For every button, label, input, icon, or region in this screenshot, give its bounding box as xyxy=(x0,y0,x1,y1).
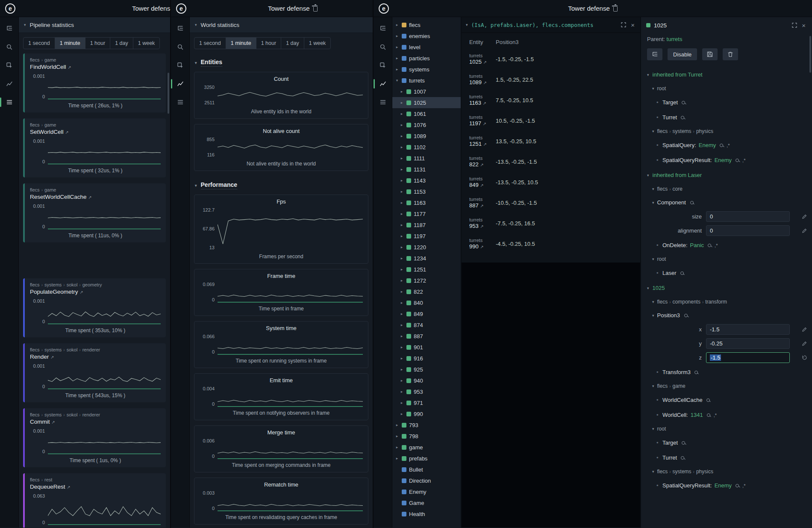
chevron-down-icon[interactable]: ▾ xyxy=(466,23,468,27)
chevron-right-icon[interactable]: ▸ xyxy=(400,367,404,372)
query-result-row[interactable]: turrets849 ↗-13.5, -0.25, 10.5 xyxy=(462,174,640,191)
entity-id-link[interactable]: 1251 ↗ xyxy=(469,141,496,147)
trash-icon[interactable] xyxy=(313,7,318,12)
field-input-size[interactable]: 0 xyxy=(706,211,790,222)
chevron-right-icon[interactable]: ▸ xyxy=(400,134,404,138)
edit-icon[interactable] xyxy=(802,214,807,219)
chevron-right-icon[interactable]: ▸ xyxy=(400,334,404,338)
tree-item-1234[interactable]: ▸1234 xyxy=(392,253,461,264)
tree-item-971[interactable]: ▸971 xyxy=(392,397,461,408)
trash-icon[interactable] xyxy=(613,7,618,12)
system-name-link[interactable]: Commit ↗ xyxy=(30,419,161,425)
tree-item-1143[interactable]: ▸1143 xyxy=(392,175,461,186)
field-input-z[interactable]: -1.5 xyxy=(706,352,790,363)
chevron-right-icon[interactable]: ▸ xyxy=(400,412,404,416)
chevron-right-icon[interactable]: ▸ xyxy=(400,301,404,305)
magnifier-icon[interactable] xyxy=(736,484,739,487)
tree-item-916[interactable]: ▸916 xyxy=(392,353,461,364)
time-range-1-second[interactable]: 1 second xyxy=(194,37,226,49)
query-result-row[interactable]: turrets990 ↗-4.5, -0.25, 10.5 xyxy=(462,235,640,252)
stats-section-header[interactable]: ▾Entities xyxy=(194,53,368,72)
tree-item-game[interactable]: ▸game xyxy=(392,442,461,453)
inspector-row-position3[interactable]: ▾Position3 xyxy=(641,308,812,322)
time-range-1-day[interactable]: 1 day xyxy=(281,37,304,49)
inspector-row-turret[interactable]: •Turret xyxy=(641,450,812,465)
query-result-row[interactable]: turrets887 ↗-10.5, -0.25, -1.5 xyxy=(462,194,640,211)
inspector-section-1025[interactable]: ▾1025 xyxy=(641,280,812,295)
chevron-right-icon[interactable]: ▸ xyxy=(400,89,404,94)
chevron-right-icon[interactable]: ▸ xyxy=(400,401,404,405)
tree-item-Game[interactable]: Game xyxy=(392,497,461,508)
inspector-scope-header[interactable]: ▾root xyxy=(641,422,812,435)
chevron-right-icon[interactable]: ▸ xyxy=(395,56,399,60)
tree-icon[interactable] xyxy=(376,22,390,35)
inspector-scope-header[interactable]: ▾flecs›systems›physics xyxy=(641,465,812,478)
tree-item-prefabs[interactable]: ▸prefabs xyxy=(392,453,461,464)
delete-button[interactable] xyxy=(723,48,738,60)
tree-item-1111[interactable]: ▸1111 xyxy=(392,153,461,164)
inspector-row-ondelete[interactable]: •OnDelete:Panic,* xyxy=(641,238,812,253)
chevron-right-icon[interactable]: ▸ xyxy=(395,423,399,427)
edit-icon[interactable] xyxy=(802,327,807,332)
tree-item-925[interactable]: ▸925 xyxy=(392,364,461,375)
inspector-row-target[interactable]: •Target xyxy=(641,95,812,110)
close-icon[interactable]: × xyxy=(630,21,636,29)
save-button[interactable] xyxy=(702,48,718,60)
time-range-1-second[interactable]: 1 second xyxy=(23,37,55,49)
time-range-1-week[interactable]: 1 week xyxy=(133,37,160,49)
tree-icon[interactable] xyxy=(174,22,187,35)
tree-item-1163[interactable]: ▸1163 xyxy=(392,197,461,208)
magnifier-icon[interactable] xyxy=(694,371,698,374)
chevron-right-icon[interactable]: ▸ xyxy=(395,67,399,71)
flecs-logo-icon[interactable]: e xyxy=(5,3,15,14)
flecs-logo-icon[interactable]: e xyxy=(176,3,186,14)
chevron-right-icon[interactable]: ▸ xyxy=(400,212,404,216)
magnifier-icon[interactable] xyxy=(681,116,684,119)
tree-item-1272[interactable]: ▸1272 xyxy=(392,275,461,286)
tree-item-1061[interactable]: ▸1061 xyxy=(392,108,461,119)
tree-item-systems[interactable]: ▸systems xyxy=(392,64,461,75)
chevron-right-icon[interactable]: ▸ xyxy=(400,167,404,171)
inspector-scope-header[interactable]: ▾flecs›components›transform xyxy=(641,295,812,308)
magnifier-icon[interactable] xyxy=(682,441,685,445)
time-range-1-minute[interactable]: 1 minute xyxy=(55,37,85,49)
chevron-right-icon[interactable]: ▸ xyxy=(395,34,399,38)
chevron-right-icon[interactable]: ▸ xyxy=(400,389,404,394)
tree-item-1220[interactable]: ▸1220 xyxy=(392,242,461,253)
tree-item-Bullet[interactable]: Bullet xyxy=(392,464,461,475)
tree-item-level[interactable]: ▸level xyxy=(392,41,461,53)
tree-item-1089[interactable]: ▸1089 xyxy=(392,130,461,142)
inspector-row-spatialqueryresult[interactable]: •SpatialQueryResult:Enemy,* xyxy=(641,153,812,168)
hierarchy-button[interactable] xyxy=(647,48,662,60)
tree-item-1007[interactable]: ▸1007 xyxy=(392,86,461,97)
expand-icon[interactable] xyxy=(621,22,626,27)
field-input-alignment[interactable]: 0 xyxy=(706,225,790,236)
search-icon[interactable] xyxy=(174,41,187,53)
time-range-1-week[interactable]: 1 week xyxy=(304,37,331,49)
inspector-scope-header[interactable]: ▾root xyxy=(641,253,812,265)
entity-id-link[interactable]: 822 ↗ xyxy=(469,161,496,168)
inspector-row-spatialqueryresult[interactable]: •SpatialQueryResult:Enemy,* xyxy=(641,478,812,493)
inspector-row-spatialquery[interactable]: •SpatialQuery:Enemy,* xyxy=(641,138,812,153)
row-value-link[interactable]: 1341 xyxy=(691,412,703,418)
time-range-1-hour[interactable]: 1 hour xyxy=(256,37,281,49)
panel-header-pipeline[interactable]: ▾ Pipeline statistics xyxy=(19,17,170,33)
inspector-row-transform3[interactable]: •Transform3 xyxy=(641,365,812,380)
system-name-link[interactable]: ResetWorldCellCache ↗ xyxy=(30,194,161,200)
chevron-right-icon[interactable]: ▸ xyxy=(400,345,404,349)
scrollbar[interactable] xyxy=(809,36,811,73)
entity-id-link[interactable]: 990 ↗ xyxy=(469,243,496,250)
time-range-1-minute[interactable]: 1 minute xyxy=(226,37,256,49)
row-value-link[interactable]: Enemy xyxy=(715,482,732,489)
time-range-1-day[interactable]: 1 day xyxy=(110,37,133,49)
tree-item-turrets[interactable]: ▾turrets xyxy=(392,75,461,86)
tree-item-1025[interactable]: ▸1025 xyxy=(392,97,461,108)
system-name-link[interactable]: DequeueRest ↗ xyxy=(30,484,161,490)
table-icon[interactable] xyxy=(174,96,187,109)
entity-id-link[interactable]: 1197 ↗ xyxy=(469,120,496,127)
inspect-icon[interactable] xyxy=(3,59,16,72)
entity-id-link[interactable]: 887 ↗ xyxy=(469,202,496,209)
query-result-row[interactable]: turrets1197 ↗10.5, -0.25, -1.5 xyxy=(462,112,640,129)
tree-item-849[interactable]: ▸849 xyxy=(392,308,461,319)
panel-header-world[interactable]: ▾ World statistics xyxy=(190,17,373,33)
